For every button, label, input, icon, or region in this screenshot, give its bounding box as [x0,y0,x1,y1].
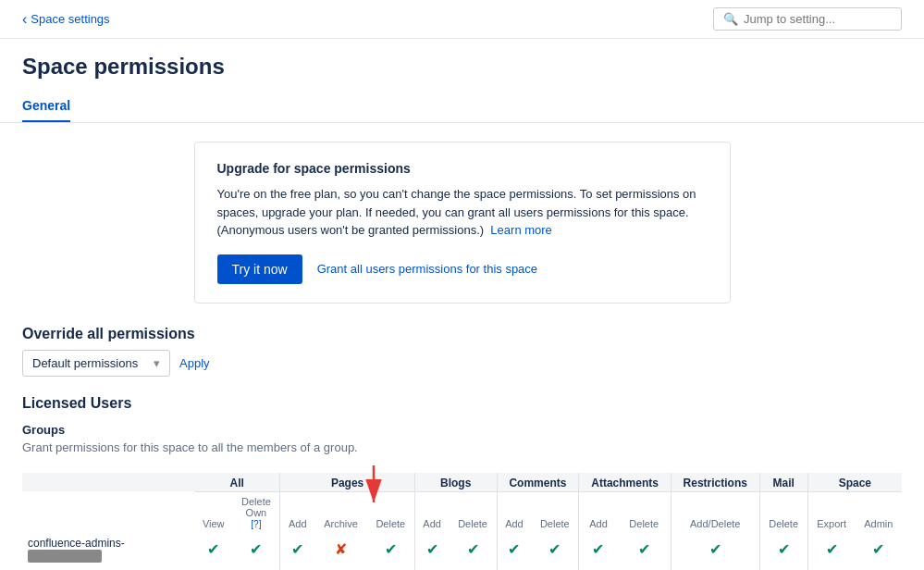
export-cell: ✔ [807,533,855,566]
delete-own-cell: ✔ [232,566,279,571]
col-mail-delete-sub: Delete [759,491,807,533]
check-icon: ✔ [778,541,790,557]
upgrade-actions: Try it now Grant all users permissions f… [217,254,708,284]
col-space-header: Space [807,473,902,492]
col-restrictions-header: Restrictions [671,473,759,492]
delete-attachments-cell: ✔ [618,566,671,571]
col-delete-comments-sub: Delete [531,491,578,533]
group-header-row: All Pages Blogs Comments Attachments Res… [22,473,902,492]
check-icon: ✔ [291,541,303,557]
groups-label: Groups [22,423,902,437]
permissions-table: All Pages Blogs Comments Attachments Res… [22,473,902,571]
col-restrictions-sub: Add/Delete [671,491,759,533]
col-name-sub [22,491,194,533]
learn-more-link[interactable]: Learn more [490,223,551,237]
add-attachments-cell: ✔ [579,566,618,571]
check-icon: ✔ [385,541,397,557]
add-blogs-cell: ✔ [414,533,449,566]
override-row: Default permissions ▾ Apply [22,350,902,377]
restrictions-cell: ✔ [671,566,759,571]
page-header: Space permissions [0,39,924,80]
add-comments-cell: ✔ [497,566,531,571]
check-icon: ✔ [250,541,262,557]
table-row: confluence-admins- ✔✔✔✘✔✔✔✔✔✔✔✔✔✔✔ [22,533,902,566]
col-comments-header: Comments [497,473,579,492]
col-add-sub: Add [280,491,314,533]
upgrade-description: You're on the free plan, so you can't ch… [217,187,696,237]
col-archive-sub: Archive [314,491,367,533]
permissions-dropdown[interactable]: Default permissions ▾ [22,350,170,377]
col-add-comments-sub: Add [497,491,531,533]
col-export-sub: Export [807,491,855,533]
col-delete-own-sub: DeleteOwn[?] [232,491,279,533]
back-link[interactable]: Space settings [22,11,110,28]
archive-cell: ✘ [314,533,367,566]
view-cell: ✔ [194,533,232,566]
upgrade-box: Upgrade for space permissions You're on … [194,142,731,304]
check-icon: ✔ [548,541,561,557]
check-icon: ✔ [638,541,650,557]
tab-general[interactable]: General [22,91,70,122]
sub-header-row: View DeleteOwn[?] Add Archive Delete Add… [22,491,902,533]
check-icon: ✔ [709,541,721,557]
tabs: General [0,91,924,123]
group-name: confluence-admins- [22,533,194,566]
group-name: confluence-users-tc [22,566,194,571]
check-icon: ✔ [872,541,884,557]
dropdown-value: Default permissions [32,356,138,370]
add-attachments-cell: ✔ [579,533,618,566]
export-cell: ✔ [807,566,855,571]
search-box: 🔍 [713,7,902,31]
top-bar: Space settings 🔍 [0,0,924,39]
check-icon: ✔ [207,541,219,557]
override-title: Override all permissions [22,326,902,342]
cross-icon: ✘ [335,541,347,557]
col-attachments-header: Attachments [579,473,671,492]
col-blogs-header: Blogs [414,473,497,492]
archive-cell: ✘ [314,566,367,571]
delete-pages-cell: ✔ [367,566,414,571]
check-icon: ✔ [826,541,838,557]
delete-comments-cell: ✔ [531,533,578,566]
admin-cell: ✘ [856,566,902,571]
override-section: Override all permissions Default permiss… [22,326,902,377]
col-delete-blogs-sub: Delete [450,491,497,533]
content: Upgrade for space permissions You're on … [0,123,924,570]
groups-desc: Grant permissions for this space to all … [22,440,902,454]
grant-all-users-link[interactable]: Grant all users permissions for this spa… [317,262,537,276]
admin-cell: ✔ [856,533,902,566]
col-add-attachments-sub: Add [579,491,618,533]
check-icon: ✔ [508,541,520,557]
col-all-header: All [194,473,280,492]
mail-delete-cell: ✔ [759,566,807,571]
col-mail-header: Mail [759,473,807,492]
apply-button[interactable]: Apply [179,356,210,370]
add-comments-cell: ✔ [497,533,531,566]
delete-comments-cell: ✔ [531,566,578,571]
check-icon: ✔ [426,541,438,557]
delete-blogs-cell: ✔ [450,533,497,566]
col-admin-sub: Admin [856,491,902,533]
col-delete-attachments-sub: Delete [618,491,671,533]
licensed-users-title: Licensed Users [22,395,902,412]
col-add-blogs-sub: Add [414,491,449,533]
restrictions-cell: ✔ [671,533,759,566]
col-delete-pages-sub: Delete [367,491,414,533]
search-input[interactable] [744,12,892,26]
licensed-users-section: Licensed Users Groups Grant permissions … [22,395,902,571]
permissions-table-wrapper: All Pages Blogs Comments Attachments Res… [22,465,902,571]
mail-delete-cell: ✔ [759,533,807,566]
check-icon: ✔ [467,541,479,557]
add-blogs-cell: ✔ [414,566,449,571]
check-icon: ✔ [592,541,604,557]
page-title: Space permissions [22,54,902,80]
col-view-sub: View [194,491,232,533]
table-row: confluence-users-tc ✔✔✔✘✔✔✔✔✔✔✔✔✔✔✘ [22,566,902,571]
add-pages-cell: ✔ [280,533,314,566]
upgrade-text: You're on the free plan, so you can't ch… [217,185,708,240]
try-it-now-button[interactable]: Try it now [217,254,302,284]
search-icon: 🔍 [723,12,738,26]
col-name-header [22,473,194,492]
delete-blogs-cell: ✔ [450,566,497,571]
col-pages-header: Pages [280,473,414,492]
